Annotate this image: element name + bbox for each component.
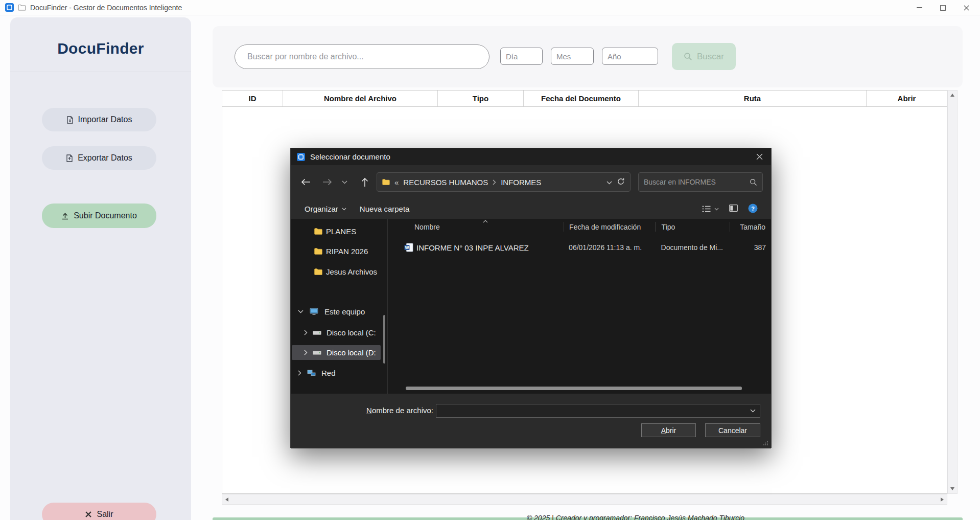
scroll-right-icon: [941, 498, 944, 502]
tree-item-disco-local-d[interactable]: Disco local (D:: [304, 346, 376, 359]
address-chevron-down-icon: [606, 181, 612, 185]
exit-button[interactable]: Salir: [42, 503, 156, 520]
filename-accel: N: [366, 406, 372, 415]
minimize-icon: [917, 7, 922, 8]
organize-menu-button[interactable]: Organizar: [305, 205, 346, 213]
list-column-tamano[interactable]: Tamaño: [730, 222, 771, 232]
search-button[interactable]: Buscar: [672, 43, 736, 70]
tree-item-red[interactable]: Red: [298, 366, 336, 380]
preview-pane-button[interactable]: [729, 205, 738, 213]
list-column-fecha[interactable]: Fecha de modificación: [564, 222, 655, 232]
dialog-search-icon: [750, 178, 757, 186]
year-input[interactable]: [602, 48, 658, 65]
table-header-row: ID Nombre del Archivo Tipo Fecha del Doc…: [222, 91, 947, 107]
search-panel: Buscar: [213, 26, 963, 87]
tree-item-disco-local-c[interactable]: Disco local (C:: [304, 326, 376, 340]
tree-item-label: Este equipo: [324, 307, 365, 316]
breadcrumb-item-recursos-humanos[interactable]: RECURSOS HUMANOS: [403, 178, 488, 187]
folder-tree-pane: PLANES RIPAN 2026 Jesus Archivos Este eq…: [291, 219, 388, 394]
horizontal-scrollbar[interactable]: [222, 494, 947, 505]
app-logo-icon: [5, 3, 14, 12]
window-controls: [907, 0, 978, 15]
combo-chevron-down-icon[interactable]: [750, 409, 756, 413]
dialog-search-box: [638, 172, 763, 192]
search-input[interactable]: [235, 44, 489, 69]
upload-document-button[interactable]: Subir Documento: [42, 204, 156, 228]
breadcrumb-item-informes[interactable]: INFORMES: [501, 178, 541, 187]
up-icon: [361, 177, 368, 187]
list-horizontal-scrollbar[interactable]: [406, 387, 742, 390]
cancel-label: Cancelar: [718, 426, 747, 435]
folder-icon: [314, 248, 322, 255]
maximize-button[interactable]: [931, 0, 954, 15]
tree-item-ripan-2026[interactable]: RIPAN 2026: [314, 244, 368, 258]
vertical-scrollbar[interactable]: [947, 90, 958, 494]
recent-locations-button[interactable]: [338, 173, 351, 191]
address-bar[interactable]: « RECURSOS HUMANOS INFORMES: [377, 172, 631, 192]
import-data-button[interactable]: Importar Datos: [42, 108, 156, 131]
list-column-nombre[interactable]: Nombre: [388, 222, 564, 232]
tree-scrollbar[interactable]: [383, 315, 385, 364]
file-size: 387: [730, 243, 771, 252]
refresh-icon: [617, 177, 625, 186]
up-button[interactable]: [356, 173, 374, 191]
sidebar: DocuFinder Importar Datos Exportar Datos…: [10, 17, 191, 520]
refresh-button[interactable]: [617, 177, 625, 187]
dialog-close-button[interactable]: [748, 148, 771, 165]
new-folder-button[interactable]: Nueva carpeta: [360, 205, 410, 213]
tree-item-label: RIPAN 2026: [326, 247, 368, 256]
file-row[interactable]: W INFORME N° 03 INPE ALVAREZ 06/01/2026 …: [388, 240, 771, 255]
tree-item-planes[interactable]: PLANES: [314, 224, 356, 238]
open-button[interactable]: Abrir: [641, 423, 696, 437]
tree-item-label: Disco local (D:: [326, 348, 376, 357]
exit-x-icon: [85, 511, 92, 518]
minimize-button[interactable]: [907, 0, 931, 15]
close-icon: [964, 5, 969, 11]
tree-item-jesus-archivos[interactable]: Jesus Archivos: [314, 265, 377, 279]
column-header-ruta: Ruta: [639, 91, 867, 106]
tree-item-label: Jesus Archivos: [326, 267, 377, 276]
forward-icon: [322, 178, 332, 186]
column-header-fecha: Fecha del Documento: [524, 91, 639, 106]
dialog-search-input[interactable]: [644, 178, 746, 186]
file-list-header: Nombre Fecha de modificación Tipo Tamaño: [388, 219, 771, 235]
folder-icon: [314, 228, 322, 235]
export-data-button[interactable]: Exportar Datos: [42, 146, 156, 170]
back-button[interactable]: [297, 173, 314, 191]
close-button[interactable]: [954, 0, 978, 15]
address-dropdown-button[interactable]: [606, 178, 612, 186]
toolbar-view-controls: ?: [702, 199, 758, 219]
tree-item-label: Red: [321, 369, 336, 377]
filename-input[interactable]: [436, 407, 750, 415]
chevron-right-icon: [298, 370, 301, 376]
list-view-icon: [702, 206, 711, 212]
sidebar-divider: [10, 72, 191, 72]
cancel-button[interactable]: Cancelar: [705, 423, 760, 437]
chevron-down-icon: [342, 180, 347, 184]
sort-ascending-icon: [483, 220, 488, 223]
resize-grip[interactable]: [763, 440, 768, 446]
breadcrumb-separator-icon: [493, 179, 496, 185]
drive-icon: [313, 351, 321, 355]
dialog-nav-bar: « RECURSOS HUMANOS INFORMES: [291, 165, 771, 199]
dialog-bottom-bar: Nombre de archivo: Abrir Cancelar: [291, 394, 771, 448]
help-button[interactable]: ?: [748, 204, 758, 215]
list-column-tipo[interactable]: Tipo: [655, 222, 730, 232]
month-input[interactable]: [551, 48, 594, 65]
svg-text:W: W: [405, 245, 409, 250]
back-icon: [301, 178, 311, 186]
window-title: DocuFinder - Gestor de Documentos Inteli…: [30, 4, 182, 12]
folder-icon: [314, 268, 322, 275]
dialog-title: Seleccionar documento: [310, 152, 390, 161]
view-chevron-down-icon: [714, 208, 719, 211]
tree-item-este-equipo[interactable]: Este equipo: [298, 305, 365, 319]
help-icon: ?: [748, 204, 758, 213]
view-mode-button[interactable]: [702, 206, 719, 212]
drive-icon: [313, 331, 321, 335]
upload-label: Subir Documento: [74, 211, 137, 220]
forward-button[interactable]: [318, 173, 336, 191]
computer-icon: [310, 308, 318, 315]
breadcrumb-overflow[interactable]: «: [394, 178, 399, 187]
day-input[interactable]: [500, 48, 543, 65]
open-rest: brir: [666, 426, 676, 435]
